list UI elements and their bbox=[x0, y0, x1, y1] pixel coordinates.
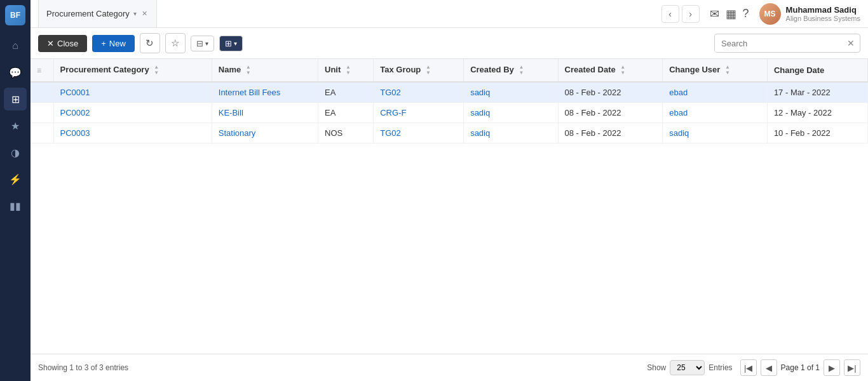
view-button[interactable]: ⊞ ▾ bbox=[219, 36, 243, 51]
link-change-user[interactable]: sadiq bbox=[669, 128, 689, 138]
footer: Showing 1 to 3 of 3 entries Show 10 25 5… bbox=[31, 354, 868, 381]
link-tax-group[interactable]: TG02 bbox=[380, 88, 401, 97]
link-tax-group[interactable]: TG02 bbox=[380, 128, 401, 138]
col-label-unit: Unit bbox=[325, 65, 341, 74]
col-change-user[interactable]: Change User ▲▼ bbox=[663, 59, 768, 82]
cell-unit: EA bbox=[318, 103, 374, 123]
cell-tax-group: CRG-F bbox=[374, 103, 464, 123]
topbar-icons: ✉ ▦ ? bbox=[710, 7, 749, 21]
entries-label: Entries bbox=[709, 363, 732, 372]
sidebar-item-activity[interactable]: ⚡ bbox=[4, 168, 27, 190]
table-row[interactable]: PC0002KE-BillEACRG-Fsadiq08 - Feb - 2022… bbox=[31, 103, 868, 123]
col-procurement-category[interactable]: Procurement Category ▲▼ bbox=[53, 59, 212, 82]
sort-icons-procurement[interactable]: ▲▼ bbox=[154, 65, 159, 76]
col-name[interactable]: Name ▲▼ bbox=[212, 59, 318, 82]
page-info: Page 1 of 1 bbox=[781, 363, 820, 372]
link-change-user[interactable]: ebad bbox=[669, 108, 688, 117]
new-button[interactable]: + New bbox=[92, 35, 135, 52]
sort-icons-change-user[interactable]: ▲▼ bbox=[725, 65, 730, 76]
link-tax-group[interactable]: CRG-F bbox=[380, 108, 406, 117]
cell-change-user: ebad bbox=[663, 82, 768, 103]
col-label-created-by: Created By bbox=[470, 65, 514, 74]
sidebar-item-home[interactable]: ⌂ bbox=[4, 34, 27, 57]
filter-button[interactable]: ⊟ ▾ bbox=[191, 36, 214, 51]
tab-dropdown-icon[interactable]: ▾ bbox=[133, 10, 137, 17]
main-area: Procurement Category ▾ ✕ ‹ › ✉ ▦ ? MS Mu… bbox=[31, 0, 868, 381]
cell-created-by: sadiq bbox=[464, 103, 558, 123]
prev-page-button[interactable]: ◀ bbox=[761, 359, 777, 376]
link-procurement-category[interactable]: PC0003 bbox=[60, 128, 90, 138]
active-tab[interactable]: Procurement Category ▾ ✕ bbox=[38, 0, 157, 27]
avatar: MS bbox=[759, 3, 781, 25]
col-change-date[interactable]: Change Date bbox=[767, 59, 867, 82]
plus-icon: + bbox=[101, 39, 106, 48]
cell-created-date: 08 - Feb - 2022 bbox=[558, 82, 663, 103]
link-change-user[interactable]: ebad bbox=[669, 88, 688, 97]
footer-show-control: Show 10 25 50 100 Entries bbox=[647, 360, 732, 375]
chart-icon[interactable]: ▦ bbox=[726, 7, 736, 21]
row-menu-cell bbox=[31, 82, 53, 103]
table-row[interactable]: PC0001Internet Bill FeesEATG02sadiq08 - … bbox=[31, 82, 868, 103]
row-menu-cell bbox=[31, 103, 53, 123]
filter-icon: ⊟ bbox=[196, 39, 203, 48]
table-header-row: ≡ Procurement Category ▲▼ Name ▲▼ Unit ▲… bbox=[31, 59, 868, 82]
first-page-button[interactable]: |◀ bbox=[740, 359, 757, 376]
user-name: Muhammad Sadiq bbox=[786, 5, 860, 15]
show-label: Show bbox=[647, 363, 666, 372]
cell-procurement-category: PC0001 bbox=[53, 82, 212, 103]
nav-back-button[interactable]: ‹ bbox=[661, 5, 679, 23]
col-label-change-date: Change Date bbox=[774, 65, 824, 75]
per-page-select[interactable]: 10 25 50 100 bbox=[670, 360, 705, 375]
refresh-button[interactable]: ↻ bbox=[140, 33, 160, 53]
table-row[interactable]: PC0003StationaryNOSTG02sadiq08 - Feb - 2… bbox=[31, 123, 868, 144]
mail-icon[interactable]: ✉ bbox=[710, 7, 719, 21]
column-menu-icon[interactable]: ≡ bbox=[37, 66, 41, 75]
sidebar-item-reports[interactable]: ▮▮ bbox=[4, 194, 27, 217]
sort-icons-unit[interactable]: ▲▼ bbox=[346, 65, 351, 76]
link-name[interactable]: KE-Bill bbox=[219, 108, 243, 117]
app-logo[interactable]: BF bbox=[5, 5, 25, 25]
last-page-button[interactable]: ▶| bbox=[844, 359, 860, 376]
search-box: ✕ bbox=[714, 34, 860, 53]
link-procurement-category[interactable]: PC0002 bbox=[60, 108, 90, 117]
col-created-by[interactable]: Created By ▲▼ bbox=[464, 59, 558, 82]
cell-name: KE-Bill bbox=[212, 103, 318, 123]
sort-icons-name[interactable]: ▲▼ bbox=[246, 65, 251, 76]
sidebar-item-favorites[interactable]: ★ bbox=[4, 114, 27, 137]
nav-forward-button[interactable]: › bbox=[682, 5, 700, 23]
user-info[interactable]: MS Muhammad Sadiq Align Business Systems bbox=[759, 3, 860, 25]
col-label-created-date: Created Date bbox=[565, 65, 616, 74]
link-created-by[interactable]: sadiq bbox=[470, 88, 490, 97]
link-created-by[interactable]: sadiq bbox=[470, 108, 490, 117]
close-button[interactable]: ✕ Close bbox=[38, 35, 87, 52]
procurement-table: ≡ Procurement Category ▲▼ Name ▲▼ Unit ▲… bbox=[31, 59, 868, 144]
link-name[interactable]: Internet Bill Fees bbox=[219, 88, 281, 97]
sort-icons-tax-group[interactable]: ▲▼ bbox=[426, 65, 431, 76]
tab-close-button[interactable]: ✕ bbox=[140, 8, 149, 19]
search-clear-button[interactable]: ✕ bbox=[842, 34, 860, 52]
cell-created-by: sadiq bbox=[464, 123, 558, 144]
cell-created-date: 08 - Feb - 2022 bbox=[558, 123, 663, 144]
topbar: Procurement Category ▾ ✕ ‹ › ✉ ▦ ? MS Mu… bbox=[31, 0, 868, 28]
col-created-date[interactable]: Created Date ▲▼ bbox=[558, 59, 663, 82]
col-tax-group[interactable]: Tax Group ▲▼ bbox=[374, 59, 464, 82]
sidebar-item-analytics[interactable]: ◑ bbox=[4, 141, 27, 164]
link-created-by[interactable]: sadiq bbox=[470, 128, 490, 138]
sort-icons-created-by[interactable]: ▲▼ bbox=[519, 65, 524, 76]
link-name[interactable]: Stationary bbox=[219, 128, 256, 138]
sidebar-item-chat[interactable]: 💬 bbox=[4, 61, 27, 84]
sidebar: BF ⌂ 💬 ⊞ ★ ◑ ⚡ ▮▮ bbox=[0, 0, 31, 381]
link-procurement-category[interactable]: PC0001 bbox=[60, 88, 90, 97]
search-input[interactable] bbox=[715, 35, 842, 52]
bookmark-button[interactable]: ☆ bbox=[165, 33, 186, 53]
col-unit[interactable]: Unit ▲▼ bbox=[318, 59, 374, 82]
grid-icon: ⊞ bbox=[225, 39, 232, 48]
next-page-button[interactable]: ▶ bbox=[824, 359, 840, 376]
cell-unit: NOS bbox=[318, 123, 374, 144]
toolbar: ✕ Close + New ↻ ☆ ⊟ ▾ ⊞ ▾ ✕ bbox=[31, 28, 868, 59]
sort-icons-created-date[interactable]: ▲▼ bbox=[620, 65, 625, 76]
sidebar-item-apps[interactable]: ⊞ bbox=[4, 88, 27, 110]
cell-created-date: 08 - Feb - 2022 bbox=[558, 103, 663, 123]
help-icon[interactable]: ? bbox=[743, 7, 749, 20]
table-content: ≡ Procurement Category ▲▼ Name ▲▼ Unit ▲… bbox=[31, 59, 868, 354]
